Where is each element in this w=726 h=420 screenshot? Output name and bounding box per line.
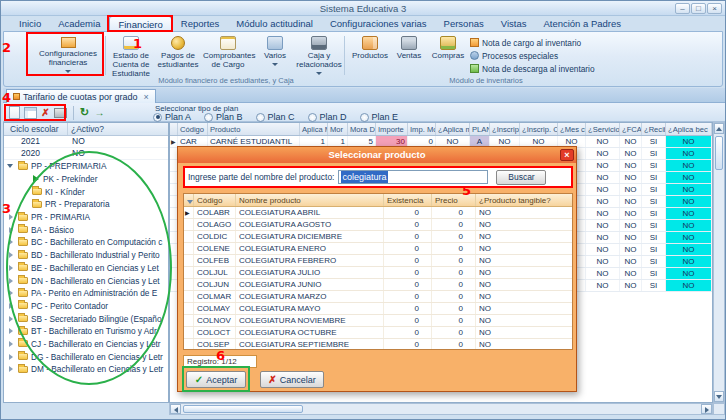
refresh-icon[interactable]: ↻ <box>78 106 91 119</box>
ribbon-button-estado-de-cuenta-de-estudiante[interactable]: Estado de Cuenta de Estudiante <box>108 35 154 85</box>
ribbon-tab-personas[interactable]: Personas <box>436 16 492 31</box>
product-row-colmay[interactable]: COLMAYCOLEGIATURA MAYO00NO <box>184 303 572 315</box>
column-header-recib[interactable]: ¿Recib <box>642 123 666 135</box>
product-row-coljul[interactable]: COLJULCOLEGIATURA JULIO00NO <box>184 267 572 279</box>
tree-item-bt[interactable]: BT - Bachillerato en Turismo y Adr <box>4 325 168 338</box>
scrollbar-thumb[interactable] <box>183 405 303 413</box>
expand-caret-icon[interactable] <box>7 302 15 310</box>
scroll-left-icon[interactable] <box>170 404 181 414</box>
horizontal-scrollbar[interactable] <box>169 403 713 415</box>
tree-item-pk[interactable]: PK - Prekínder <box>4 173 168 186</box>
tree-item-pc[interactable]: PC - Perito Contador <box>4 300 168 313</box>
ribbon-tab-inicio[interactable]: Inicio <box>11 16 49 31</box>
filter-caret-icon[interactable] <box>184 194 194 206</box>
tree-item-bd[interactable]: BD - Bachillerato Industrial y Perito <box>4 249 168 262</box>
tree-item-pr[interactable]: PR - Preparatoria <box>4 198 168 211</box>
cycle-row-2021[interactable]: 2021NO <box>4 136 168 148</box>
expand-caret-icon[interactable] <box>7 353 15 361</box>
tree-item-sb[interactable]: SB - Secretariado Bilingüe (Españo <box>4 312 168 325</box>
menu-item-nota-de-descarga-al-inventario[interactable]: Nota de descarga al inventario <box>470 62 630 75</box>
tree-item-cj[interactable]: CJ - Bachillerato en Ciencias y Letr <box>4 338 168 351</box>
menu-item-procesos-especiales[interactable]: Procesos especiales <box>470 49 630 62</box>
tab-close-icon[interactable]: × <box>144 92 149 102</box>
close-button[interactable]: × <box>707 3 722 14</box>
expand-caret-icon[interactable] <box>7 238 15 246</box>
print-icon[interactable] <box>54 108 67 118</box>
vertical-scrollbar[interactable] <box>713 122 725 403</box>
column-header-aplica-mora[interactable]: ¿Aplica mora <box>436 123 470 135</box>
tree-item-pr[interactable]: PR - PRIMARIA <box>4 211 168 224</box>
scroll-right-icon[interactable] <box>701 404 712 414</box>
ribbon-button-productos[interactable]: Productos <box>350 35 390 85</box>
column-header-mor[interactable]: Mor <box>328 123 348 135</box>
product-row-coloct[interactable]: COLOCTCOLEGIATURA OCTUBRE00NO <box>184 327 572 339</box>
column-header-aplica-bec[interactable]: ¿Aplica bec <box>666 123 712 135</box>
plan-radio-plan-d[interactable]: Plan D <box>308 112 347 122</box>
plan-radio-plan-b[interactable]: Plan B <box>204 112 243 122</box>
cancelar-button[interactable]: ✗ Cancelar <box>260 371 324 388</box>
dialog-column-header-nombre-producto[interactable]: Nombre producto <box>236 194 384 206</box>
ribbon-tab-financiero[interactable]: Financiero <box>109 16 171 31</box>
tree-item-be[interactable]: BE - Bachillerato en Ciencias y Let <box>4 262 168 275</box>
ribbon-button-comprobantes-de-cargo[interactable]: Comprobantes de Cargo <box>202 35 254 85</box>
tree-item-pa[interactable]: PA - Perito en Administración de E <box>4 287 168 300</box>
column-header-plan[interactable]: PLAN <box>470 123 490 135</box>
buscar-button[interactable]: Buscar <box>496 170 546 185</box>
product-row-coldic[interactable]: COLDICCOLEGIATURA DICIEMBRE00NO <box>184 231 572 243</box>
dialog-column-header-existencia[interactable]: Existencia <box>384 194 432 206</box>
tree-item-dg[interactable]: DG - Bachillerato en Ciencias y Letr <box>4 350 168 363</box>
expand-caret-icon[interactable] <box>7 315 15 323</box>
ribbon-tab-reportes[interactable]: Reportes <box>173 16 228 31</box>
plan-radio-plan-c[interactable]: Plan C <box>256 112 295 122</box>
scrollbar-thumb[interactable] <box>715 136 723 170</box>
new-record-icon[interactable] <box>9 106 20 119</box>
export-icon[interactable]: → <box>93 107 106 118</box>
product-search-input[interactable]: colegiatura <box>338 170 488 184</box>
cycle-row-2020[interactable]: 2020NO <box>4 148 168 160</box>
expand-caret-icon[interactable] <box>7 365 15 373</box>
scroll-down-icon[interactable] <box>714 391 724 402</box>
expand-caret-icon[interactable] <box>7 226 15 234</box>
column-header-aplica-me[interactable]: Aplica Me <box>300 123 328 135</box>
column-header-c-digo[interactable]: Código <box>178 123 208 135</box>
expand-caret-icon[interactable] <box>7 277 15 285</box>
column-header-inscripci-n[interactable]: ¿Inscripción <box>490 123 520 135</box>
minimize-button[interactable]: – <box>675 3 690 14</box>
delete-record-icon[interactable]: ✗ <box>39 107 52 118</box>
column-header-inscrip-contrat[interactable]: ¿Inscrip. Contrat <box>520 123 558 135</box>
column-header-importe[interactable]: Importe <box>376 123 408 135</box>
plan-radio-plan-e[interactable]: Plan E <box>360 112 399 122</box>
ribbon-tab-academia[interactable]: Academia <box>50 16 108 31</box>
product-row-colmar[interactable]: COLMARCOLEGIATURA MARZO00NO <box>184 291 572 303</box>
ribbon-tab-m-dulo-actitudinal[interactable]: Módulo actitudinal <box>228 16 321 31</box>
plan-radio-plan-a[interactable]: Plan A <box>153 112 191 122</box>
column-header-servicio-anu[interactable]: ¿Servicio anu <box>586 123 620 135</box>
column-header-mes-contr[interactable]: ¿Mes contr <box>558 123 586 135</box>
product-row-coljun[interactable]: COLJUNCOLEGIATURA JUNIO00NO <box>184 279 572 291</box>
column-header-producto[interactable]: Producto <box>208 123 300 135</box>
dialog-column-header-c-digo[interactable]: Código <box>194 194 236 206</box>
tree-item-dn[interactable]: DN - Bachillerato en Ciencias y Let <box>4 274 168 287</box>
column-header-imp-mor[interactable]: Imp. Mor <box>408 123 436 135</box>
ribbon-button-ventas[interactable]: Ventas <box>392 35 426 85</box>
product-row-colnov[interactable]: COLNOVCOLEGIATURA NOVIEMBRE00NO <box>184 315 572 327</box>
product-row-colene[interactable]: COLENECOLEGIATURA ENERO00NO <box>184 243 572 255</box>
expand-caret-icon[interactable] <box>7 289 15 297</box>
ribbon-tab-configuraciones-varias[interactable]: Configuraciones varias <box>322 16 435 31</box>
tree-item-ki[interactable]: KI - Kínder <box>4 185 168 198</box>
expand-caret-icon[interactable] <box>7 264 15 272</box>
product-row-colago[interactable]: COLAGOCOLEGIATURA AGOSTO00NO <box>184 219 572 231</box>
ribbon-button-varios[interactable]: Varios <box>258 35 292 85</box>
document-tab[interactable]: Tarifario de cuotas por grado × <box>6 89 156 103</box>
product-row-colabr[interactable]: ▶COLABRCOLEGIATURA ABRIL00NO <box>184 207 572 219</box>
dialog-column-header-producto-tangible[interactable]: ¿Producto tangible? <box>476 194 573 206</box>
tree-item-pp[interactable]: PP - PREPRIMARIA <box>4 160 168 173</box>
tree-item-dm[interactable]: DM - Bachillerato en Ciencias y Letr <box>4 363 168 376</box>
expand-caret-icon[interactable] <box>7 251 15 259</box>
menu-item-nota-de-cargo-al-inventario[interactable]: Nota de cargo al inventario <box>470 36 630 49</box>
aceptar-button[interactable]: ✓ Aceptar <box>186 371 246 388</box>
expand-caret-icon[interactable] <box>7 340 15 348</box>
product-row-colfeb[interactable]: COLFEBCOLEGIATURA FEBRERO00NO <box>184 255 572 267</box>
ribbon-tab-vistas[interactable]: Vistas <box>493 16 535 31</box>
column-header-fca[interactable]: ¿FCA <box>620 123 642 135</box>
